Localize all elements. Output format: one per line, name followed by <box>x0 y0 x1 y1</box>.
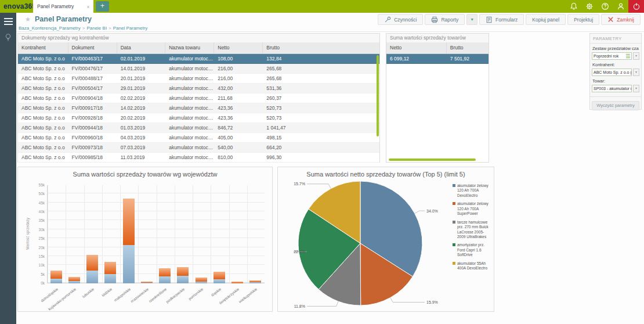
table-row[interactable]: 6 099,127 501,92 <box>386 54 489 64</box>
bar-segment-bottom[interactable] <box>50 279 62 283</box>
parameter-dropdown[interactable]: Poprzedni rok <box>592 52 632 60</box>
table-cell: 265,68 <box>263 74 379 83</box>
bar-segment-bottom[interactable] <box>196 282 207 283</box>
notifications-bell-icon[interactable] <box>566 0 581 13</box>
bar-segment-bottom[interactable] <box>86 271 98 283</box>
user-icon[interactable] <box>613 0 628 13</box>
legend-item[interactable]: akumulator żelowy 120 Ah 700A SuperPower <box>453 201 492 216</box>
bar-segment-top[interactable] <box>68 277 80 282</box>
table-cell: ABC Moto Sp. z o.o <box>18 133 68 142</box>
table-row[interactable]: ABC Moto Sp. z o.oFV/000960/1804.03.2019… <box>18 133 379 143</box>
bar-segment-top[interactable] <box>159 268 171 276</box>
parameter-label: Kontrahent: <box>592 62 639 67</box>
table-row[interactable]: ABC Moto Sp. z o.oFV/000463/1702.01.2019… <box>18 54 379 64</box>
summary-panel: Suma wartości sprzedaży towarów NettoBru… <box>386 33 489 163</box>
bar-segment-top[interactable] <box>123 199 135 245</box>
table-row[interactable]: ABC Moto Sp. z o.oFV/000944/1801.03.2019… <box>18 123 379 133</box>
table-row[interactable]: ABC Moto Sp. z o.oFV/000504/1729.01.2019… <box>18 84 379 93</box>
bar-segment-top[interactable] <box>196 278 207 282</box>
bar-segment-top[interactable] <box>50 271 62 279</box>
pie-percent-label: 11.8% <box>294 304 305 308</box>
table-cell: ABC Moto Sp. z o.o <box>18 84 68 93</box>
raporty-button[interactable]: Raporty <box>425 14 465 25</box>
table-cell: FV/000904/18 <box>68 93 117 103</box>
favorite-star-icon[interactable]: ★ <box>25 16 31 23</box>
legend-label: tarcze hamulcowe prz. 270 mm Buick LaCro… <box>457 220 492 240</box>
field-expand-button[interactable]: ▾ <box>633 85 639 92</box>
parameter-dropdown[interactable]: SP003 - akumulator motoc <box>592 85 632 92</box>
table-row[interactable]: ABC Moto Sp. z o.oFV/000476/1714.01.2019… <box>18 64 379 74</box>
bar-segment-bottom[interactable] <box>123 245 135 283</box>
column-header[interactable]: Netto <box>214 42 263 53</box>
legend-item[interactable]: amortyzator prz. Ford Capri 1.6 SoftDriv… <box>453 243 492 257</box>
bar-segment-top[interactable] <box>141 282 153 283</box>
tab-panel-parametry[interactable]: Panel Parametry x <box>33 0 93 13</box>
bar-segment-bottom[interactable] <box>159 276 171 283</box>
table-cell: 810,00 <box>214 153 263 162</box>
bar-segment-top[interactable] <box>214 272 225 279</box>
table-cell: akumulator motocyklowy 10Ah ... <box>165 93 214 103</box>
table-cell: 7 501,92 <box>447 54 489 63</box>
column-header[interactable]: Nazwa towaru <box>165 42 214 53</box>
column-header[interactable]: Brutto <box>447 42 489 53</box>
bar-segment-top[interactable] <box>177 267 189 275</box>
table-cell: akumulator motocyklowy 10Ah ... <box>165 143 214 152</box>
bar-segment-top[interactable] <box>231 282 243 283</box>
help-icon[interactable] <box>597 0 613 13</box>
table-cell: FV/000463/17 <box>68 54 117 63</box>
breadcrumb-item[interactable]: Panele BI <box>86 26 107 31</box>
menu-hamburger-icon[interactable] <box>4 18 13 25</box>
tips-lightbulb-icon[interactable] <box>4 33 13 42</box>
breadcrumb-item[interactable]: Baza_Konferencja_Parametry <box>19 26 81 31</box>
table-row[interactable]: ABC Moto Sp. z o.oFV/000973/1807.03.2019… <box>18 143 379 153</box>
zamknij-button[interactable]: Zamknij <box>601 14 641 25</box>
field-expand-button[interactable]: ▾ <box>633 69 639 76</box>
table-row[interactable]: ABC Moto Sp. z o.oFV/000488/1720.01.2019… <box>18 74 379 84</box>
table-row[interactable]: ABC Moto Sp. z o.oFV/000928/1820.02.2019… <box>18 113 379 123</box>
bar-segment-bottom[interactable] <box>141 283 153 283</box>
projektuj-button[interactable]: Projektuj <box>567 14 599 25</box>
legend-item[interactable]: akumulator 55Ah 400A DexoElectro <box>453 261 492 271</box>
bar-segment-bottom[interactable] <box>214 279 225 283</box>
bar-segment-bottom[interactable] <box>249 282 261 283</box>
y-axis-tick-label: 20k <box>30 246 45 250</box>
table-cell: 07.03.2019 <box>117 143 165 152</box>
table-row[interactable]: ABC Moto Sp. z o.oFV/000917/1814.02.2019… <box>18 103 379 113</box>
table-cell: 20.02.2019 <box>117 113 165 123</box>
table-cell: ABC Moto Sp. z o.o <box>18 93 68 103</box>
summary-panel-title: Suma wartości sprzedaży towarów <box>386 34 489 42</box>
horizontal-scrollbar[interactable] <box>389 159 476 161</box>
column-header[interactable]: Data <box>117 42 165 53</box>
column-header[interactable]: Dokument <box>68 42 117 53</box>
column-header[interactable]: Kontrahent <box>18 42 68 53</box>
bar-segment-top[interactable] <box>86 255 98 270</box>
bar-segment-bottom[interactable] <box>68 281 80 283</box>
column-header[interactable]: Netto <box>386 42 447 53</box>
czynnosci-button[interactable]: Czynności <box>378 14 423 25</box>
bar-segment-top[interactable] <box>249 280 261 282</box>
logout-power-icon[interactable] <box>628 0 644 13</box>
bar-segment-bottom[interactable] <box>104 274 116 283</box>
table-row[interactable]: ABC Moto Sp. z o.oFV/000985/1811.03.2019… <box>18 153 379 163</box>
new-tab-button[interactable]: + <box>96 1 109 12</box>
kopiuj-panel-button[interactable]: Kopiuj panel <box>526 14 566 25</box>
column-header[interactable]: Brutto <box>263 42 379 53</box>
pie-label-leader-line <box>390 298 425 303</box>
tab-close-icon[interactable]: x <box>87 4 89 9</box>
parameter-dropdown[interactable]: ABC Moto Sp. z o.o (Abc) <box>592 69 632 76</box>
legend-item[interactable]: akumulator żelowy 120 Ah 700A DexoElectr… <box>453 183 492 198</box>
table-row[interactable]: ABC Moto Sp. z o.oFV/000904/1802.02.2019… <box>18 93 379 103</box>
table-cell: ABC Moto Sp. z o.o <box>18 64 68 73</box>
bar-segment-top[interactable] <box>104 262 116 274</box>
settings-gear-icon[interactable] <box>581 0 597 13</box>
legend-item[interactable]: tarcze hamulcowe prz. 270 mm Buick LaCro… <box>453 220 492 240</box>
table-cell: FV/000960/18 <box>68 133 117 142</box>
breadcrumb-item[interactable]: Panel Parametry <box>113 26 148 31</box>
field-expand-button[interactable]: ▾ <box>633 52 639 60</box>
app-logo[interactable]: enova365 <box>0 0 33 13</box>
formularz-button[interactable]: Formularz <box>479 14 524 25</box>
clear-parameters-button[interactable]: Wyczyść parametry <box>592 101 639 110</box>
vertical-scrollbar[interactable] <box>377 55 379 136</box>
raporty-dropdown-button[interactable]: ▼ <box>466 14 477 25</box>
bar-segment-bottom[interactable] <box>177 276 189 283</box>
